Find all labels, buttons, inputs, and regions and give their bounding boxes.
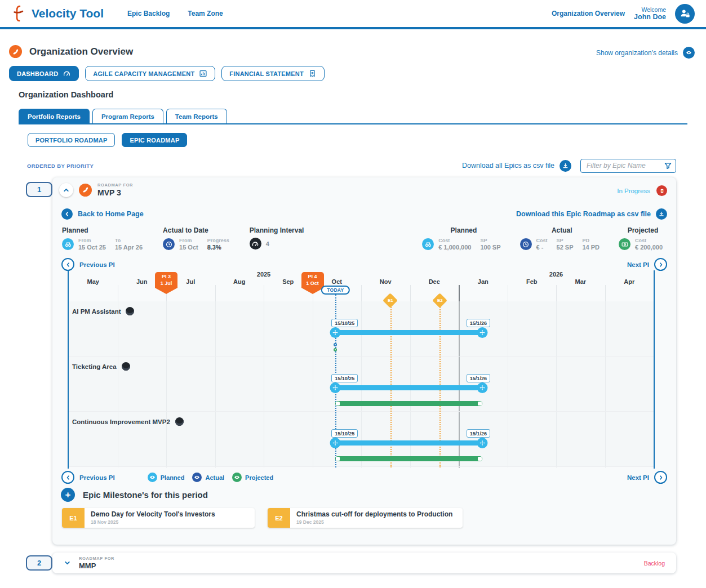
legend-label: Planned [161, 474, 185, 481]
stat-planning-interval: Planning Interval4 [250, 226, 304, 251]
eye-icon [192, 473, 202, 482]
nav-organization-overview[interactable]: Organization Overview [552, 10, 625, 17]
bar-end-date: 15/1/26 [467, 319, 490, 327]
collapse-button[interactable] [59, 183, 73, 197]
epic-filter-input[interactable] [580, 159, 676, 173]
legend-label: Projected [245, 474, 273, 481]
stat-field: Progress8.3% [207, 238, 229, 251]
planned-bar[interactable] [335, 440, 482, 446]
tab-team-reports[interactable]: Team Reports [166, 109, 227, 123]
stat-title: Actual to Date [163, 226, 234, 234]
eye-icon[interactable] [683, 47, 695, 59]
stat-actual: ActualCost€ -SP52 SPPD14 PD [520, 226, 605, 251]
drag-handle-icon[interactable] [477, 327, 487, 338]
button-dashboard[interactable]: DASHBOARD [9, 66, 79, 81]
user-lock-icon [679, 7, 691, 20]
add-milestone-button[interactable]: + [61, 488, 75, 502]
drag-handle-icon[interactable] [477, 382, 487, 393]
user-avatar-button[interactable] [675, 4, 695, 24]
previous-pi-button[interactable]: Previous PI [61, 471, 115, 484]
report-tabs: Portfolio ReportsProgram ReportsTeam Rep… [19, 109, 227, 123]
tab-program-reports[interactable]: Program Reports [92, 109, 163, 123]
button-epic-roadmap[interactable]: EPIC ROADMAP [122, 133, 187, 147]
welcome-block: Welcome John Doe [634, 6, 666, 21]
chevron-right-icon[interactable] [654, 258, 667, 271]
pi-date: 1 Jul [155, 280, 177, 287]
milestone-badge: E1 [62, 508, 85, 528]
projected-bar[interactable] [335, 456, 482, 461]
filter-icon[interactable] [664, 162, 672, 170]
back-home-link[interactable]: Back to Home Page [61, 208, 144, 220]
today-pill: TODAY [321, 286, 349, 295]
projected-bar[interactable] [335, 401, 482, 406]
binoculars-icon [422, 238, 434, 250]
next-pi-button[interactable]: Next PI [627, 258, 667, 271]
nav-epic-backlog[interactable]: Epic Backlog [127, 10, 170, 17]
epic-row-label: Ticketing Area [72, 362, 130, 371]
next-pi-label: Next PI [627, 261, 649, 268]
next-pi-label: Next PI [627, 474, 649, 481]
top-nav: Epic Backlog Team Zone [127, 10, 223, 17]
previous-pi-label: Previous PI [79, 474, 115, 481]
chevron-right-icon[interactable] [654, 471, 667, 484]
chevron-left-icon[interactable] [61, 258, 74, 271]
button-label: DASHBOARD [17, 70, 58, 77]
back-home-label: Back to Home Page [78, 210, 144, 218]
stat-field: SP100 SP [480, 238, 500, 251]
stat-field: Cost€ 1,000,000 [438, 238, 471, 251]
timeline-row-ticketing-area: Ticketing Area15/10/2515/1/26 [69, 357, 654, 412]
roadmap-toggle-row: PORTFOLIO ROADMAPEPIC ROADMAP [28, 133, 187, 147]
dial-icon [250, 238, 261, 250]
download-icon[interactable] [656, 208, 667, 220]
month-label: Dec [410, 278, 459, 285]
stat-field: Cost€ - [536, 238, 548, 251]
drag-handle-icon[interactable] [330, 327, 341, 338]
user-name: John Doe [634, 13, 666, 21]
show-details-link[interactable]: Show organization's details [596, 47, 695, 59]
milestone-card-e1[interactable]: E1Demo Day for Velocity Tool's Investors… [62, 508, 255, 528]
receipt-icon [308, 69, 317, 78]
projected-handle[interactable] [478, 457, 482, 461]
stat-title: Actual [520, 226, 605, 234]
show-details-label: Show organization's details [596, 49, 678, 57]
projected-handle[interactable] [336, 402, 340, 406]
organization-icon [9, 45, 22, 58]
drag-handle-icon[interactable] [330, 382, 341, 393]
projected-handle[interactable] [336, 457, 340, 461]
epic-row-label: AI PM Assistant [72, 307, 134, 315]
planned-bar[interactable] [335, 330, 482, 335]
tab-portfolio-reports[interactable]: Portfolio Reports [19, 109, 90, 123]
chevron-left-icon[interactable] [61, 208, 73, 220]
legend-projected: Projected [232, 473, 273, 482]
download-all-epics-link[interactable]: Download all Epics as csv file [462, 160, 571, 172]
drag-handle-icon[interactable] [330, 438, 341, 448]
download-roadmap-link[interactable]: Download this Epic Roadmap as csv file [516, 208, 667, 220]
row-title: Continuous Improvement MVP2 [72, 418, 170, 425]
velocity-logo-icon [11, 5, 26, 23]
milestone-card-e2[interactable]: E2Christmas cut-off for deployments to P… [268, 508, 463, 528]
row-title: AI PM Assistant [72, 308, 121, 315]
epic-roadmap-card-collapsed[interactable]: ROADMAP FOR MMP Backlog [52, 553, 676, 573]
month-label: Jan [459, 278, 508, 285]
button-label: FINANCIAL STATEMENT [229, 70, 304, 77]
projected-dot [334, 348, 337, 351]
bar-end-date: 15/1/26 [467, 374, 490, 382]
next-pi-button[interactable]: Next PI [627, 471, 667, 484]
button-financial-statement[interactable]: FINANCIAL STATEMENT [221, 66, 325, 81]
status-flame-icon [656, 185, 667, 196]
stat-field: SP52 SP [557, 238, 574, 251]
download-roadmap-label: Download this Epic Roadmap as csv file [516, 210, 651, 218]
previous-pi-button[interactable]: Previous PI [61, 258, 115, 271]
download-icon[interactable] [560, 160, 571, 172]
planned-bar[interactable] [335, 385, 482, 390]
button-portfolio-roadmap[interactable]: PORTFOLIO ROADMAP [28, 133, 115, 147]
projected-handle[interactable] [478, 402, 482, 406]
assignee-avatar [122, 362, 130, 371]
chevron-left-icon[interactable] [61, 471, 74, 484]
drag-handle-icon[interactable] [477, 438, 487, 448]
nav-team-zone[interactable]: Team Zone [188, 10, 223, 17]
milestones-title: Epic Milestone's for this period [83, 490, 208, 500]
page-title: Organization Overview [29, 46, 133, 57]
button-agile-capacity-management[interactable]: AGILE CAPACITY MANAGEMENT [85, 66, 215, 81]
chevron-down-icon[interactable] [64, 559, 71, 567]
